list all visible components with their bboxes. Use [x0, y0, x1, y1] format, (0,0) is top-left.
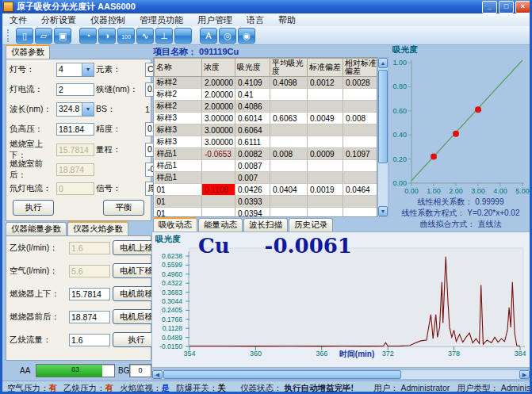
- flame-ignite-button[interactable]: [174, 28, 192, 44]
- menu-item-language[interactable]: 语言: [239, 13, 271, 27]
- column-header[interactable]: 平均吸光度: [270, 59, 308, 77]
- cell-name: 样品1: [155, 160, 202, 172]
- cell-concentration: -0.0653: [202, 148, 235, 160]
- calibration-x-tick: 0.00: [404, 187, 419, 195]
- table-row[interactable]: 标样22.000000.41: [155, 89, 378, 101]
- tab-instrument-params[interactable]: 仪器参数: [6, 44, 50, 59]
- param-2-left-combo[interactable]: 324.8▾: [56, 102, 94, 117]
- results-area: 项目名称： 091119Cu 名称浓度吸光度平均吸光度标准偏差相对标准偏差 标样…: [153, 46, 388, 219]
- menu-item-help[interactable]: 帮助: [271, 13, 303, 27]
- element-symbol: Cu: [198, 234, 230, 258]
- cell-absorbance: 0.0082: [235, 148, 270, 160]
- minimize-button[interactable]: _: [482, 1, 497, 13]
- scroll-down-icon[interactable]: ▼: [378, 206, 388, 216]
- wavelength-scan-button[interactable]: ∿: [136, 28, 154, 44]
- open-file-icon: ▱: [40, 31, 47, 40]
- chevron-down-icon[interactable]: ▾: [82, 63, 94, 76]
- menu-item-user-management[interactable]: 用户管理: [190, 13, 239, 27]
- dynamics-x-tick: 384: [514, 350, 526, 358]
- table-row[interactable]: 标样33.000000.60140.60630.00490.008: [155, 113, 378, 124]
- table-row[interactable]: 标样22.000000.4086: [155, 101, 378, 113]
- gain-meter-button[interactable]: ◑: [98, 28, 116, 44]
- table-row[interactable]: 标样33.000000.6064: [155, 124, 378, 136]
- bg-value: 0: [129, 364, 151, 377]
- param-3-left-field[interactable]: [56, 123, 94, 136]
- fit-method-value: 直线法: [477, 220, 501, 228]
- menu-item-instrument-control[interactable]: 仪器控制: [83, 13, 132, 27]
- table-scrollbar[interactable]: ▲ ▼: [377, 57, 388, 217]
- burner-adjust-button[interactable]: ⊥: [155, 28, 173, 44]
- table-row[interactable]: 010.0394: [155, 208, 378, 218]
- cell-std-dev: 0.0049: [308, 113, 343, 124]
- tab-flame-params[interactable]: 仪器火焰参数: [67, 221, 128, 235]
- tab-absorption-dynamics[interactable]: 吸收动态: [153, 217, 197, 231]
- energy-meter-button[interactable]: ◔: [79, 28, 97, 44]
- column-header[interactable]: 浓度: [202, 59, 235, 77]
- dynamics-x-tick: 366: [316, 350, 327, 358]
- table-row[interactable]: 样品1-0.06530.00820.0080.00090.1097: [155, 148, 378, 160]
- cell-avg-absorbance: [270, 136, 308, 148]
- scroll-right-icon[interactable]: ▶: [519, 370, 530, 379]
- new-file-button[interactable]: ▯: [16, 28, 33, 44]
- table-row[interactable]: 010.0393: [155, 196, 378, 208]
- table-row[interactable]: 标样22.000000.41090.40980.00120.0028: [155, 77, 378, 89]
- cell-absorbance: 0.0394: [235, 208, 270, 218]
- param-0-left-combo[interactable]: 4▾: [56, 63, 94, 77]
- instrument-params-panel: 仪器参数 灯号：4▾元素：Cu▾灯电流：狭缝(nm)：0.2▾波长(nm)：32…: [6, 46, 151, 221]
- menu-item-analysis-settings[interactable]: 分析设置: [34, 13, 83, 27]
- power-button[interactable]: ◉: [238, 28, 255, 44]
- auto-gain-button[interactable]: A: [200, 28, 217, 44]
- flame-param-2-field[interactable]: [69, 288, 110, 300]
- cell-name: 01: [155, 196, 202, 208]
- dynamics-chart: [186, 245, 528, 358]
- scroll-left-icon[interactable]: ◀: [152, 370, 163, 379]
- execute-button[interactable]: 执行: [13, 200, 54, 216]
- maximize-button[interactable]: □: [499, 1, 514, 13]
- table-scrollbar-thumb[interactable]: [378, 70, 388, 163]
- flame-param-4-field[interactable]: [69, 334, 110, 346]
- tab-energy-dynamics[interactable]: 能量动态: [198, 218, 243, 231]
- tab-history[interactable]: 历史记录: [289, 218, 333, 231]
- gain-meter-icon: ◑: [105, 31, 110, 40]
- cell-rsd: 0.0464: [343, 184, 378, 196]
- open-file-button[interactable]: ▱: [35, 28, 52, 44]
- calibration-y-tick: 0.60: [392, 107, 407, 115]
- menu-item-file[interactable]: 文件: [2, 13, 34, 27]
- meter-100-button[interactable]: 100: [117, 28, 135, 44]
- calibration-chart: 0.001.002.003.004.005.000.000.200.400.60…: [389, 52, 532, 197]
- close-button[interactable]: ×: [515, 1, 530, 13]
- calibration-x-tick: 2.00: [449, 187, 463, 195]
- flame-param-0-field: [69, 242, 110, 254]
- param-label: BS：: [96, 104, 144, 115]
- cell-avg-absorbance: [270, 196, 308, 208]
- save-button[interactable]: ▣: [54, 28, 71, 44]
- h-scrollbar-thumb[interactable]: [163, 370, 401, 379]
- table-row[interactable]: 样品10.007: [155, 172, 378, 184]
- column-header[interactable]: 名称: [155, 59, 202, 77]
- column-header[interactable]: 相对标准偏差: [343, 59, 378, 77]
- results-table: 名称浓度吸光度平均吸光度标准偏差相对标准偏差 标样22.000000.41090…: [154, 58, 377, 217]
- lamp-icon: ◎: [224, 31, 232, 40]
- table-row[interactable]: 标样33.000000.6111: [155, 136, 378, 148]
- tab-wavelength-scan[interactable]: 波长扫描: [243, 218, 288, 231]
- tab-energy-params[interactable]: 仪器能量参数: [6, 222, 67, 235]
- new-file-icon: ▯: [22, 31, 27, 40]
- column-header[interactable]: 标准偏差: [308, 59, 343, 77]
- scroll-up-icon[interactable]: ▲: [378, 58, 388, 68]
- user-type-value: Administrator: [501, 383, 532, 392]
- flame-param-3-field[interactable]: [69, 311, 110, 323]
- dynamics-panel: 吸光度 Cu -0.0061 时间(min) 0.62380.55990.496…: [151, 231, 530, 368]
- lamp-button[interactable]: ◎: [219, 28, 236, 44]
- dynamics-h-scrollbar[interactable]: ◀ ▶: [151, 369, 530, 380]
- cell-concentration: 2.00000: [202, 77, 235, 89]
- param-1-left-field[interactable]: [56, 83, 94, 96]
- aa-progress-bar: 83: [36, 364, 115, 377]
- project-name-value: 091119Cu: [199, 47, 239, 56]
- column-header[interactable]: 吸光度: [235, 59, 270, 77]
- table-row[interactable]: 010.11080.04260.04040.00190.0464: [155, 184, 378, 196]
- equation-value: Y=0.20*x+0.02: [467, 208, 519, 217]
- balance-button[interactable]: 平衡: [103, 200, 144, 216]
- table-row[interactable]: 样品10.0087: [155, 160, 378, 172]
- menu-item-admin-functions[interactable]: 管理员功能: [132, 13, 190, 27]
- chevron-down-icon[interactable]: ▾: [82, 103, 94, 116]
